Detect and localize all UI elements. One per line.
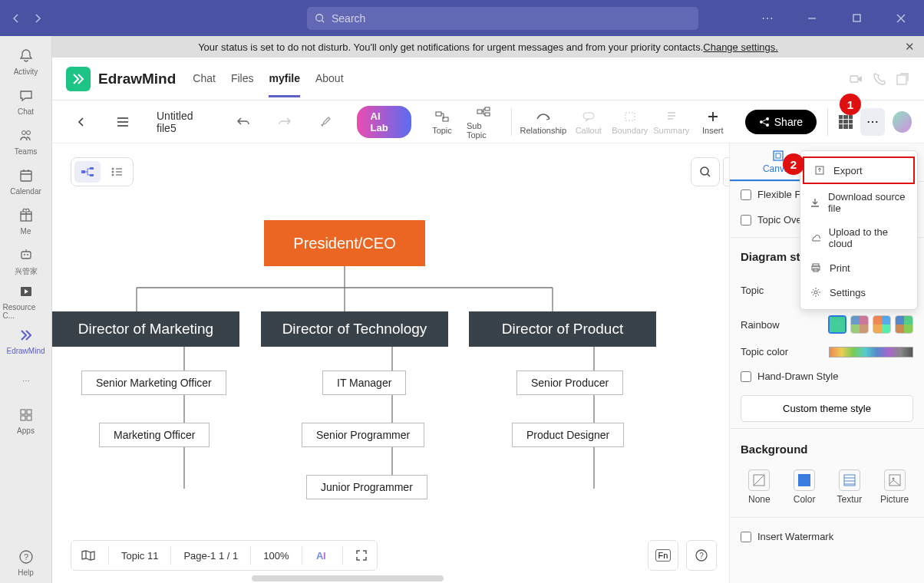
rail-more[interactable]: ⋯: [3, 361, 49, 400]
phone-icon[interactable]: [872, 71, 887, 87]
window-maximize[interactable]: [841, 3, 872, 34]
rail-xgj[interactable]: 兴管家: [3, 242, 49, 280]
summary-button[interactable]: Summary: [655, 109, 688, 135]
callout-button[interactable]: Callout: [572, 109, 606, 135]
rainbow-opt[interactable]: [828, 315, 846, 334]
bg-color[interactable]: Color: [786, 469, 823, 505]
search-input[interactable]: Search: [307, 7, 698, 30]
rail-chat[interactable]: Chat: [3, 82, 49, 120]
node-dir-product[interactable]: Director of Product: [469, 311, 656, 347]
fn-button[interactable]: Fn: [648, 540, 678, 571]
grid-view-button[interactable]: [839, 115, 853, 129]
svg-point-27: [766, 124, 769, 127]
map-icon[interactable]: [81, 549, 96, 562]
insert-button[interactable]: Insert: [696, 109, 730, 135]
relationship-button[interactable]: Relationship: [523, 109, 564, 135]
svg-rect-6: [21, 252, 31, 259]
dd-download[interactable]: Download source file: [800, 185, 917, 220]
status-close[interactable]: ✕: [905, 40, 915, 54]
dd-upload[interactable]: Upload to the cloud: [800, 220, 917, 255]
video-icon[interactable]: [849, 71, 864, 87]
custom-theme-button[interactable]: Custom theme style: [741, 395, 913, 422]
rainbow-opt[interactable]: [873, 315, 891, 334]
zoom-level[interactable]: 100%: [263, 550, 289, 562]
bg-none[interactable]: None: [741, 469, 778, 505]
horizontal-scrollbar[interactable]: [252, 575, 444, 581]
node-sub[interactable]: Junior Programmer: [306, 475, 427, 499]
callout-2: 2: [783, 153, 804, 175]
mindmap-view[interactable]: [74, 161, 101, 183]
gear-icon: [810, 286, 822, 298]
window-close[interactable]: [886, 3, 916, 34]
status-link[interactable]: Change settings.: [703, 41, 778, 53]
share-button[interactable]: Share: [745, 110, 817, 134]
brush-button[interactable]: [309, 116, 343, 128]
rail-resource[interactable]: Resource C...: [3, 282, 49, 320]
callout-1: 1: [840, 94, 861, 115]
node-sub[interactable]: Product Designer: [512, 423, 624, 447]
search-placeholder: Search: [332, 12, 365, 25]
topic-button[interactable]: Topic: [425, 109, 459, 135]
node-sub[interactable]: Marketing Officer: [99, 423, 210, 447]
rainbow-opt[interactable]: [850, 315, 869, 334]
svg-text:I: I: [323, 550, 326, 562]
undo-button[interactable]: [226, 117, 260, 127]
print-icon: [810, 262, 822, 274]
svg-text:?: ?: [23, 552, 28, 562]
tab-files[interactable]: Files: [231, 60, 254, 97]
canvas-search[interactable]: [691, 157, 720, 186]
rainbow-opt[interactable]: [895, 315, 913, 334]
tab-myfile[interactable]: myfile: [269, 60, 299, 97]
rail-edrawmind[interactable]: EdrawMind: [3, 321, 49, 360]
fullscreen-icon[interactable]: [355, 549, 368, 562]
search-icon: [315, 13, 325, 24]
outline-view[interactable]: [104, 161, 130, 183]
titlebar-more[interactable]: ⋯: [752, 3, 783, 34]
canvas[interactable]: President/CEO Director of Marketing Dire…: [52, 143, 729, 552]
subtopic-button[interactable]: Sub Topic: [467, 104, 500, 140]
rail-teams[interactable]: Teams: [3, 122, 49, 160]
user-avatar[interactable]: [893, 111, 912, 133]
svg-rect-10: [21, 410, 25, 414]
bell-icon: [17, 47, 35, 65]
dd-print[interactable]: Print: [800, 255, 917, 280]
rail-activity[interactable]: Activity: [3, 42, 49, 81]
popout-icon[interactable]: [895, 71, 910, 87]
node-sub[interactable]: IT Manager: [322, 371, 406, 395]
rail-apps[interactable]: Apps: [3, 401, 49, 440]
filename[interactable]: Untitled file5: [157, 110, 210, 134]
node-sub[interactable]: Senior Producer: [516, 371, 623, 395]
watermark-check[interactable]: Insert Watermark: [730, 524, 924, 549]
node-dir-marketing[interactable]: Director of Marketing: [52, 311, 239, 347]
page-info[interactable]: Page-1 1 / 1: [183, 550, 238, 562]
dd-settings[interactable]: Settings: [800, 280, 917, 305]
node-dir-technology[interactable]: Director of Technology: [261, 311, 448, 347]
rail-help[interactable]: ?Help: [3, 543, 49, 581]
main-area: Your status is set to do not disturb. Yo…: [52, 36, 924, 583]
svg-rect-28: [81, 170, 85, 173]
nav-forward[interactable]: [29, 10, 46, 27]
ailab-button[interactable]: AI Lab: [357, 106, 411, 138]
tab-chat[interactable]: Chat: [193, 60, 216, 97]
rail-me[interactable]: Me: [3, 202, 49, 240]
dd-export[interactable]: Export: [803, 156, 915, 184]
tab-about[interactable]: About: [315, 60, 344, 97]
node-sub[interactable]: Senior Marketing Officer: [81, 371, 226, 395]
nav-back[interactable]: [8, 10, 25, 27]
rail-calendar[interactable]: Calendar: [3, 162, 49, 200]
boundary-button[interactable]: Boundary: [613, 109, 647, 135]
bg-picture[interactable]: Picture: [876, 469, 913, 505]
node-root[interactable]: President/CEO: [264, 220, 425, 266]
bg-texture[interactable]: Textur: [831, 469, 869, 505]
topic-color-picker[interactable]: [829, 347, 913, 357]
menu-button[interactable]: [106, 117, 140, 127]
window-minimize[interactable]: [797, 3, 827, 34]
help-button[interactable]: ?: [686, 540, 717, 571]
hand-drawn-check[interactable]: Hand-Drawn Style: [730, 364, 924, 389]
ai-icon[interactable]: AI: [315, 549, 330, 562]
redo-button[interactable]: [268, 117, 302, 127]
node-sub[interactable]: Senior Programmer: [302, 423, 424, 447]
svg-rect-24: [625, 113, 635, 120]
back-button[interactable]: [64, 117, 98, 127]
more-menu-button[interactable]: ⋯: [860, 108, 885, 136]
